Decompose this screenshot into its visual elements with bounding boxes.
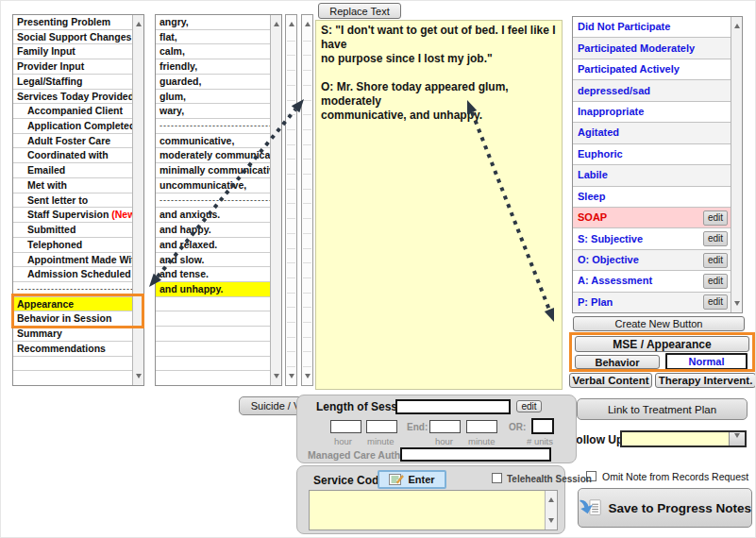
- therapy-intervention-button[interactable]: Therapy Intervent.: [655, 373, 756, 388]
- list-item[interactable]: ----------------------------------------…: [13, 282, 132, 297]
- scroll-up-icon[interactable]: [289, 19, 294, 26]
- normal-button[interactable]: Normal: [665, 353, 748, 370]
- list-item[interactable]: Labile: [573, 165, 731, 186]
- custom-button-scrollbar[interactable]: [731, 17, 742, 312]
- save-to-progress-notes-button[interactable]: Save to Progress Notes: [578, 488, 752, 528]
- list-item[interactable]: guarded,: [156, 75, 270, 90]
- service-code-scrollbar[interactable]: [545, 491, 557, 530]
- list-item[interactable]: [13, 371, 132, 385]
- list-item[interactable]: angry,: [156, 15, 270, 30]
- list-item[interactable]: Provider Input: [13, 59, 132, 75]
- list-item[interactable]: wary,: [156, 104, 270, 119]
- list-item[interactable]: Inappropriate: [573, 102, 731, 123]
- narrow-scrollbar-left[interactable]: [285, 14, 297, 386]
- list-item[interactable]: O: Objective edit: [573, 250, 731, 271]
- scroll-down-icon[interactable]: [289, 374, 294, 381]
- list-item[interactable]: P: Plan edit: [573, 293, 731, 312]
- list-item[interactable]: Presenting Problem: [13, 15, 132, 30]
- scroll-up-icon[interactable]: [136, 19, 142, 26]
- list-item[interactable]: Social Support Changes: [13, 30, 132, 45]
- edit-button[interactable]: edit: [703, 231, 728, 246]
- list-item[interactable]: communicative,: [156, 134, 270, 149]
- phrase-list-scrollbar[interactable]: [270, 15, 281, 385]
- list-item[interactable]: Family Input: [13, 44, 132, 59]
- list-item[interactable]: Adult Foster Care: [13, 134, 132, 149]
- mse-appearance-button[interactable]: MSE / Appearance: [575, 336, 749, 352]
- narrow-scrollbar-right[interactable]: [301, 14, 313, 386]
- scroll-up-icon[interactable]: [305, 19, 311, 26]
- managed-care-auth-input[interactable]: [400, 447, 551, 462]
- list-item[interactable]: Application Completed: [13, 119, 132, 134]
- list-item[interactable]: and anxious.: [156, 208, 270, 223]
- list-item[interactable]: Emailed: [13, 163, 132, 178]
- edit-button[interactable]: edit: [703, 274, 728, 289]
- list-item[interactable]: ----------------------------------------…: [156, 119, 270, 134]
- list-item[interactable]: and unhappy.: [156, 282, 270, 297]
- list-item[interactable]: and tense.: [156, 267, 270, 282]
- scroll-up-icon[interactable]: [548, 495, 554, 502]
- list-item[interactable]: Summary: [13, 327, 132, 342]
- list-item[interactable]: Staff Supervision (New): [13, 208, 132, 223]
- verbal-content-button[interactable]: Verbal Content: [569, 373, 652, 388]
- list-item[interactable]: [156, 342, 270, 357]
- end-minute-input[interactable]: [466, 420, 497, 433]
- list-item[interactable]: Submitted: [13, 223, 132, 238]
- edit-button[interactable]: edit: [703, 294, 728, 310]
- list-item[interactable]: uncommunicative,: [156, 178, 270, 193]
- list-item[interactable]: Services Today Provided:: [13, 90, 132, 105]
- list-item[interactable]: Euphoric: [573, 144, 731, 165]
- list-item[interactable]: Admission Scheduled: [13, 267, 132, 282]
- scroll-down-icon[interactable]: [274, 374, 279, 381]
- scroll-down-icon[interactable]: [734, 301, 740, 309]
- list-item[interactable]: [156, 371, 270, 385]
- scroll-up-icon[interactable]: [274, 19, 279, 26]
- list-item[interactable]: Behavior in Session: [13, 311, 132, 327]
- list-item[interactable]: and slow.: [156, 253, 270, 268]
- link-to-treatment-plan-button[interactable]: Link to Treatment Plan: [577, 398, 748, 420]
- list-item[interactable]: A: Assessment edit: [573, 271, 731, 292]
- list-item[interactable]: minimally communicative,: [156, 163, 270, 178]
- list-item[interactable]: Met with: [13, 178, 132, 193]
- list-item[interactable]: Telephoned: [13, 238, 132, 253]
- list-item[interactable]: calm,: [156, 44, 270, 59]
- start-hour-input[interactable]: [330, 420, 361, 433]
- list-item[interactable]: friendly,: [156, 59, 270, 75]
- end-hour-input[interactable]: [429, 420, 461, 433]
- scroll-up-icon[interactable]: [734, 21, 740, 28]
- telehealth-checkbox[interactable]: [492, 473, 502, 483]
- list-item[interactable]: Appearance: [13, 297, 132, 312]
- list-item[interactable]: Did Not Participate: [573, 17, 731, 38]
- scroll-down-icon[interactable]: [305, 374, 311, 381]
- progress-note-text-area[interactable]: S: "I don't want to get out of bed. I fe…: [315, 20, 563, 390]
- list-item[interactable]: Appointment Made With: [13, 253, 132, 268]
- list-item[interactable]: SOAP edit: [573, 208, 731, 228]
- list-item[interactable]: S: Subjective edit: [573, 228, 731, 249]
- list-item[interactable]: Legal/Staffing: [13, 75, 132, 90]
- list-item[interactable]: moderately communicative,: [156, 148, 270, 163]
- units-input[interactable]: [531, 418, 554, 434]
- list-item[interactable]: [156, 297, 270, 312]
- list-item[interactable]: and relaxed.: [156, 238, 270, 253]
- edit-button[interactable]: edit: [703, 210, 728, 226]
- list-item[interactable]: Sleep: [573, 187, 731, 208]
- start-minute-input[interactable]: [366, 420, 397, 433]
- list-item[interactable]: and happy.: [156, 223, 270, 238]
- edit-button[interactable]: edit: [703, 253, 728, 268]
- list-item[interactable]: [13, 357, 132, 372]
- list-item[interactable]: Participated Actively: [573, 59, 731, 80]
- list-item[interactable]: Coordinated with: [13, 148, 132, 163]
- follow-up-dropdown[interactable]: [620, 430, 747, 447]
- list-item[interactable]: depressed/sad: [573, 80, 731, 101]
- scroll-down-icon[interactable]: [548, 518, 554, 526]
- list-item[interactable]: [156, 327, 270, 342]
- session-length-input[interactable]: [395, 399, 511, 414]
- topic-list-scrollbar[interactable]: [132, 15, 143, 385]
- list-item[interactable]: Accompanied Client: [13, 104, 132, 119]
- list-item[interactable]: Agitated: [573, 123, 731, 143]
- scroll-down-icon[interactable]: [136, 374, 142, 381]
- list-item[interactable]: [156, 357, 270, 372]
- service-code-text-area[interactable]: [309, 490, 558, 530]
- list-item[interactable]: [156, 311, 270, 327]
- list-item[interactable]: flat,: [156, 30, 270, 45]
- service-code-enter-button[interactable]: Enter: [378, 470, 446, 489]
